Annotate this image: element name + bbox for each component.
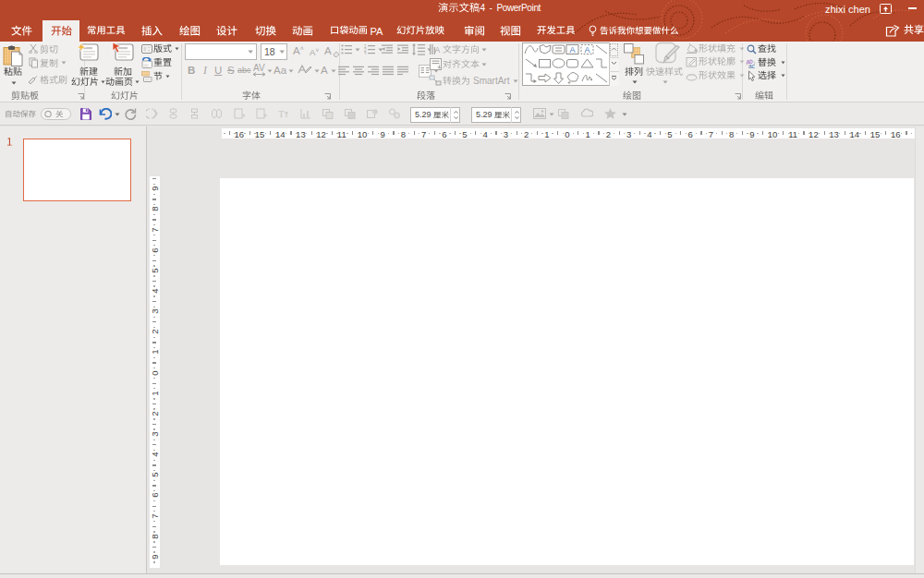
svg-text:A: A [584, 44, 590, 54]
svg-text:A: A [435, 45, 441, 54]
svg-text:ac: ac [748, 62, 756, 68]
svg-text:3: 3 [364, 52, 367, 55]
svg-text:T: T [278, 108, 285, 119]
svg-text:A: A [570, 44, 576, 54]
